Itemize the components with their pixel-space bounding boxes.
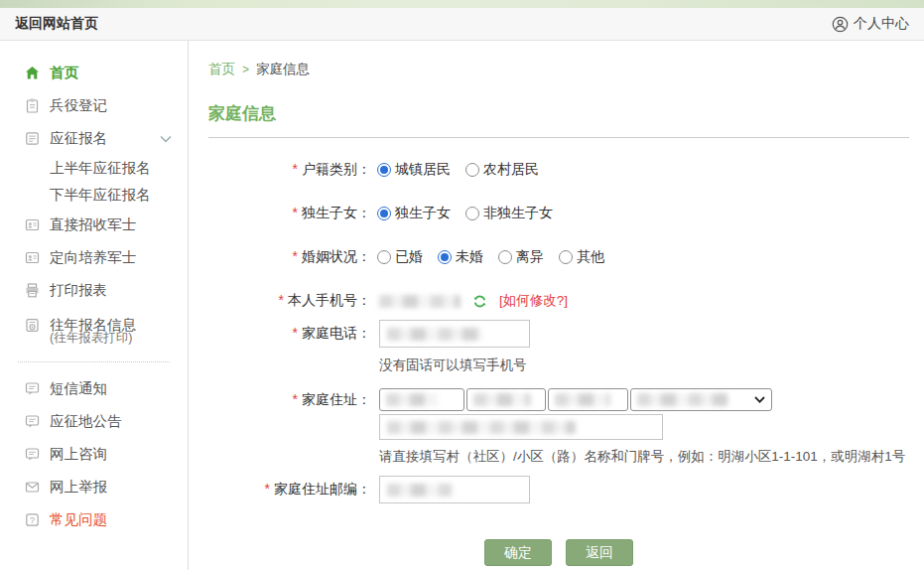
breadcrumb-current: 家庭信息 (256, 61, 310, 78)
required-mark: * (293, 161, 298, 177)
radio-icon (377, 163, 391, 177)
field-label: *独生子女： (208, 205, 371, 222)
sidebar-item-label: 应征地公告 (50, 412, 122, 431)
radio-not-only-child[interactable]: 非独生子女 (465, 205, 553, 222)
radio-urban-resident[interactable]: 城镇居民 (377, 161, 451, 179)
sidebar-item-sms-notice[interactable]: 短信通知 (0, 372, 188, 405)
sidebar-item-label: 直接招收军士 (50, 215, 136, 234)
sidebar-item-service-registration[interactable]: 兵役登记 (0, 89, 188, 122)
form-row-home-phone: *家庭电话： 没有固话可以填写手机号 (208, 320, 909, 374)
field-label: *户籍类别： (208, 161, 371, 179)
radio-icon (498, 250, 512, 264)
printer-icon (24, 282, 41, 299)
sidebar-subitem-second-half-signup[interactable]: 下半年应征报名 (0, 182, 188, 209)
radio-divorced[interactable]: 离异 (498, 248, 544, 266)
refresh-icon[interactable] (472, 294, 487, 309)
required-mark: * (279, 292, 284, 308)
breadcrumb: 首页 > 家庭信息 (208, 61, 909, 78)
radio-icon (377, 207, 391, 220)
page-title: 家庭信息 (208, 102, 909, 125)
message-icon (24, 413, 41, 430)
radio-married[interactable]: 已婚 (377, 248, 423, 266)
user-center-label: 个人中心 (854, 15, 909, 33)
form-actions: 确定 返回 (208, 539, 909, 566)
radio-only-child[interactable]: 独生子女 (377, 205, 451, 222)
breadcrumb-home-link[interactable]: 首页 (208, 61, 235, 78)
svg-text:?: ? (30, 515, 35, 525)
form-icon (24, 130, 41, 147)
field-label: *本人手机号： (208, 292, 371, 310)
home-phone-hint: 没有固话可以填写手机号 (379, 357, 530, 374)
history-doc-icon (24, 317, 41, 334)
field-label: *家庭电话： (208, 320, 371, 343)
address-detail-input[interactable] (379, 414, 663, 440)
message-icon (24, 380, 41, 397)
id-card-icon (24, 216, 41, 233)
main-content: 首页 > 家庭信息 家庭信息 *户籍类别： 城镇居民 农村居民 *独生子女： 独… (189, 41, 924, 570)
chevron-down-icon[interactable] (160, 135, 172, 143)
question-icon: ? (24, 511, 41, 528)
radio-icon (465, 207, 479, 220)
field-label: *家庭住址邮编： (208, 481, 371, 499)
select-value-redacted (386, 393, 438, 406)
home-phone-value-redacted (387, 328, 482, 341)
field-label: *婚姻状况： (208, 248, 371, 266)
radio-icon (465, 163, 479, 177)
select-value-redacted (555, 393, 610, 406)
sidebar-item-online-report[interactable]: 网上举报 (0, 471, 188, 503)
sidebar-item-label: 短信通知 (50, 379, 107, 398)
confirm-button[interactable]: 确定 (484, 539, 552, 566)
clipboard-icon (24, 97, 41, 114)
breadcrumb-separator: > (242, 63, 249, 76)
message-icon (24, 446, 41, 463)
mail-icon (24, 479, 41, 496)
sidebar-item-faq[interactable]: ? 常见问题 (0, 503, 188, 536)
radio-rural-resident[interactable]: 农村居民 (465, 161, 539, 179)
topbar: 返回网站首页 个人中心 (0, 8, 924, 41)
sidebar-item-direct-recruit-nco[interactable]: 直接招收军士 (0, 209, 188, 241)
home-phone-input[interactable] (379, 320, 530, 348)
sidebar-item-enlist-signup[interactable]: 应征报名 (0, 122, 188, 155)
form-row-mobile-phone: *本人手机号： [如何修改?] (208, 292, 909, 310)
how-to-modify-link[interactable]: [如何修改?] (499, 292, 568, 310)
sidebar-item-enlist-area-announcement[interactable]: 应征地公告 (0, 405, 188, 438)
radio-other[interactable]: 其他 (559, 248, 604, 266)
address-district-select[interactable] (548, 388, 628, 411)
required-mark: * (265, 481, 270, 497)
select-value-redacted (637, 393, 728, 406)
address-city-select[interactable] (466, 388, 546, 411)
sidebar-item-label: 常见问题 (50, 510, 107, 529)
form-row-postcode: *家庭住址邮编： (208, 476, 909, 503)
sidebar: 首页 兵役登记 应征报名 上半年应征报名 下半年应征报名 直接招收军士 (0, 41, 189, 570)
sidebar-item-label: 网上咨询 (50, 445, 107, 464)
radio-icon (559, 250, 573, 264)
address-province-select[interactable] (379, 388, 464, 411)
sidebar-item-print-report[interactable]: 打印报表 (0, 274, 188, 307)
mobile-phone-value-redacted (379, 295, 461, 308)
sidebar-item-targeted-training-nco[interactable]: 定向培养军士 (0, 241, 188, 274)
user-center-link[interactable]: 个人中心 (832, 15, 909, 33)
sidebar-item-label: 定向培养军士 (50, 248, 136, 267)
title-divider (208, 137, 909, 138)
form-row-home-address: *家庭住址： 请直接填写村（社区）/小区（路）名称和门牌号 (208, 388, 909, 466)
user-icon (832, 16, 849, 33)
return-home-link[interactable]: 返回网站首页 (15, 15, 98, 33)
address-detail-value-redacted (387, 421, 576, 434)
id-card-icon (24, 249, 41, 266)
postcode-input[interactable] (379, 476, 530, 503)
address-street-select[interactable] (630, 388, 772, 411)
required-mark: * (293, 205, 298, 220)
radio-unmarried[interactable]: 未婚 (438, 248, 483, 266)
banner-strip (0, 0, 924, 8)
sidebar-item-label: 打印报表 (50, 281, 107, 300)
postcode-value-redacted (387, 484, 453, 497)
sidebar-item-label: 兵役登记 (50, 96, 107, 115)
back-button[interactable]: 返回 (566, 539, 633, 566)
field-label: *家庭住址： (208, 388, 371, 409)
sidebar-item-home[interactable]: 首页 (0, 57, 188, 89)
sidebar-item-label: 首页 (50, 64, 78, 82)
address-hint: 请直接填写村（社区）/小区（路）名称和门牌号，例如：明湖小区1-1-101，或明… (379, 448, 905, 466)
sidebar-subitem-first-half-signup[interactable]: 上半年应征报名 (0, 155, 188, 182)
sidebar-item-online-consult[interactable]: 网上咨询 (0, 438, 188, 471)
radio-icon (438, 250, 452, 264)
